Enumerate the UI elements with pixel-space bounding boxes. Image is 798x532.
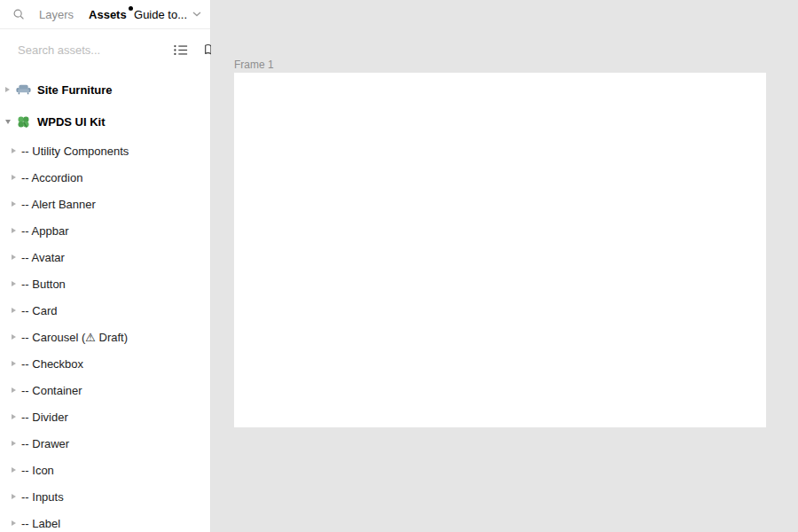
tree-item-component[interactable]: -- Inputs (0, 483, 210, 510)
chevron-right-icon[interactable] (12, 441, 21, 446)
tree-item-component[interactable]: -- Utility Components (0, 137, 210, 164)
tree-item-wpds-ui-kit[interactable]: WPDS UI Kit (0, 106, 210, 137)
tree-item-label: WPDS UI Kit (37, 115, 106, 129)
chevron-right-icon[interactable] (12, 467, 21, 473)
tree-item-component[interactable]: -- Container (0, 377, 210, 403)
search-assets-input[interactable] (18, 43, 174, 57)
clover-icon (16, 115, 31, 129)
chevron-right-icon[interactable] (12, 228, 21, 233)
tree-item-label: -- Container (21, 384, 82, 397)
tree-item-component[interactable]: -- Label (0, 510, 210, 532)
tree-item-component[interactable]: -- Accordion (0, 164, 210, 191)
assets-tree: Site Furniture WPDS UI Kit -- Utility C (0, 70, 210, 532)
tree-children: -- Utility Components -- Accordion -- Al… (0, 137, 210, 532)
chevron-right-icon[interactable] (12, 361, 21, 366)
tree-item-label: -- Carousel (⚠ Draft) (21, 331, 128, 344)
tree-item-label: -- Divider (21, 411, 68, 424)
chevron-right-icon[interactable] (12, 254, 21, 260)
tree-item-label: -- Icon (21, 464, 54, 477)
tab-assets[interactable]: Assets (89, 8, 132, 21)
tree-item-label: -- Checkbox (21, 357, 83, 371)
chevron-right-icon[interactable] (12, 494, 21, 499)
chevron-right-icon[interactable] (12, 520, 21, 526)
tree-item-component[interactable]: -- Avatar (0, 244, 210, 270)
tree-item-component[interactable]: -- Card (0, 297, 210, 324)
tree-item-component[interactable]: -- Carousel (⚠ Draft) (0, 324, 210, 350)
page-selector-label: Guide to... (134, 8, 187, 21)
tree-item-label: -- Inputs (21, 490, 64, 504)
tree-item-label: -- Card (21, 304, 57, 317)
tab-layers[interactable]: Layers (39, 8, 74, 21)
frame-title[interactable]: Frame 1 (234, 59, 274, 71)
left-panel: Layers Assets Guide to... (0, 0, 211, 532)
asset-search-row (0, 29, 210, 70)
search-icon[interactable] (12, 8, 25, 20)
tree-item-label: -- Accordion (21, 171, 82, 184)
couch-icon (16, 83, 31, 97)
chevron-right-icon[interactable] (12, 281, 21, 286)
chevron-right-icon[interactable] (12, 414, 21, 419)
page-selector-menu[interactable]: Guide to... (134, 8, 201, 21)
tree-item-component[interactable]: -- Appbar (0, 217, 210, 244)
list-view-icon[interactable] (174, 44, 188, 56)
panel-tabs: Layers Assets (39, 8, 132, 21)
tree-item-label: -- Button (21, 278, 66, 291)
tree-item-label: -- Label (21, 517, 60, 530)
canvas[interactable]: Frame 1 (211, 0, 798, 532)
chevron-right-icon[interactable] (12, 334, 21, 340)
tree-item-component[interactable]: -- Icon (0, 457, 210, 483)
tree-item-component[interactable]: -- Divider (0, 403, 210, 430)
frame-1[interactable] (234, 73, 766, 427)
tree-item-site-furniture[interactable]: Site Furniture (0, 74, 210, 106)
tree-item-label: -- Avatar (21, 251, 65, 264)
panel-tab-bar: Layers Assets Guide to... (0, 0, 210, 29)
tree-item-component[interactable]: -- Button (0, 270, 210, 297)
tree-item-label: -- Alert Banner (21, 198, 96, 211)
tree-item-label: -- Appbar (21, 224, 68, 238)
chevron-down-icon[interactable] (5, 120, 15, 124)
tree-item-label: -- Drawer (21, 437, 69, 450)
chevron-right-icon[interactable] (12, 201, 21, 207)
figma-app: Layers Assets Guide to... (0, 0, 798, 532)
chevron-right-icon[interactable] (12, 148, 21, 153)
chevron-right-icon[interactable] (12, 175, 21, 180)
tree-item-component[interactable]: -- Alert Banner (0, 191, 210, 217)
chevron-right-icon[interactable] (12, 387, 21, 393)
chevron-right-icon[interactable] (12, 308, 21, 313)
tree-item-component[interactable]: -- Checkbox (0, 350, 210, 377)
tab-assets-label: Assets (89, 8, 127, 21)
tree-item-label: Site Furniture (37, 83, 113, 97)
tree-item-label: -- Utility Components (21, 145, 129, 158)
assets-notification-dot (129, 6, 133, 11)
chevron-down-icon (192, 12, 201, 17)
tree-item-component[interactable]: -- Drawer (0, 430, 210, 457)
chevron-right-icon[interactable] (5, 87, 15, 92)
